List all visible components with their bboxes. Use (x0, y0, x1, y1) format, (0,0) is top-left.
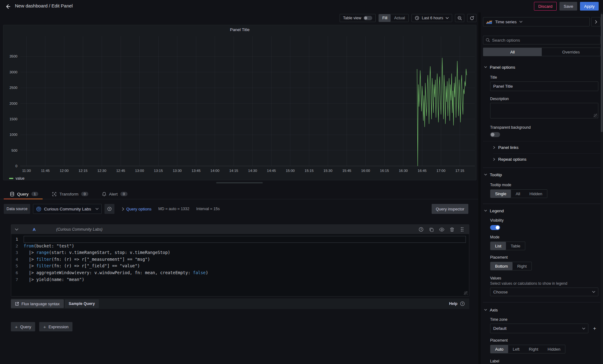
query-help-button[interactable]: ? (418, 226, 424, 233)
editor-resize-grip[interactable] (464, 291, 468, 295)
visualization-picker[interactable]: Time series (483, 17, 590, 26)
add-timezone-button[interactable]: + (591, 325, 598, 332)
discard-button[interactable]: Discard (534, 2, 557, 11)
axis-placement-hidden[interactable]: Hidden (543, 345, 565, 353)
textarea-resize-grip[interactable] (594, 114, 597, 117)
refresh-button[interactable] (467, 14, 476, 22)
chevron-down-icon (484, 309, 487, 311)
query-options-toggle[interactable]: Query options (122, 207, 151, 211)
help-circle-icon: ? (460, 301, 465, 306)
tab-overrides[interactable]: Overrides (542, 48, 600, 56)
fill-option[interactable]: Fill (379, 14, 391, 22)
tab-alert[interactable]: Alert 0 (102, 189, 128, 199)
svg-text:15:45: 15:45 (342, 169, 351, 173)
legend-mode-list[interactable]: List (490, 242, 506, 250)
datasource-select[interactable]: Curious Community Labs (33, 204, 102, 214)
drag-handle[interactable] (459, 226, 465, 233)
panel-description-textarea[interactable] (490, 103, 598, 118)
back-button[interactable] (4, 2, 12, 11)
section-legend[interactable]: Legend (483, 207, 601, 214)
zoom-out-button[interactable] (455, 14, 464, 22)
zoom-out-group (455, 14, 464, 22)
svg-text:11:45: 11:45 (41, 169, 50, 173)
timezone-select[interactable]: Default (490, 324, 588, 333)
options-search[interactable] (483, 36, 601, 44)
svg-text:13:45: 13:45 (192, 169, 201, 173)
transform-icon (52, 192, 57, 196)
panel-title-input[interactable] (490, 81, 598, 91)
legend-placement-bottom[interactable]: Bottom (490, 262, 513, 270)
table-view-label: Table view (343, 16, 361, 20)
svg-text:1000: 1000 (9, 133, 17, 136)
add-query-label: Query (20, 325, 31, 329)
code-line: 7 |> yield(name: "mean") (11, 276, 469, 283)
repeat-options-title: Repeat options (498, 157, 526, 162)
timeseries-viz-icon (486, 20, 492, 24)
axis-placement-auto[interactable]: Auto (490, 345, 508, 353)
section-axis[interactable]: Axis (483, 306, 601, 314)
datasource-help-button[interactable]: ? (104, 204, 114, 214)
axis-placement-label: Placement (490, 338, 598, 343)
tooltip-mode-all[interactable]: All (511, 190, 525, 198)
save-button[interactable]: Save (559, 2, 577, 11)
flux-syntax-button[interactable]: Flux language syntax (11, 299, 64, 308)
svg-text:3500: 3500 (9, 54, 17, 58)
panel-links-section[interactable]: Panel links (493, 141, 601, 153)
table-view-toggle[interactable] (364, 16, 372, 20)
legend-series-marker (9, 178, 13, 179)
legend-values-select[interactable]: Choose (490, 288, 598, 296)
panel-editor-splitter[interactable] (216, 182, 263, 183)
query-datasource-hint: (Curious Community Labs) (56, 227, 103, 232)
legend-values-label: Values (490, 276, 598, 280)
help-button[interactable]: Help ? (449, 301, 465, 306)
section-panel-options[interactable]: Panel options (483, 63, 601, 71)
svg-text:500: 500 (12, 149, 17, 152)
panel-links-title: Panel links (498, 145, 518, 150)
repeat-options-section[interactable]: Repeat options (493, 153, 601, 165)
transparent-bg-toggle[interactable] (490, 132, 500, 137)
flux-code-editor[interactable]: 12from(bucket: "test")3 |> range(start: … (11, 234, 469, 296)
code-editor-footer: Flux language syntax Sample Query Help ? (11, 298, 469, 309)
sidebar-scrollbar-thumb[interactable] (601, 14, 603, 132)
options-search-input[interactable] (492, 38, 598, 43)
tab-transform[interactable]: Transform 0 (52, 189, 88, 199)
tooltip-mode-single[interactable]: Single (490, 190, 511, 198)
time-range-picker[interactable]: Last 6 hours (411, 14, 452, 22)
datasource-row: Data source Curious Community Labs ? Que… (4, 204, 468, 214)
axis-placement-right[interactable]: Right (524, 345, 543, 353)
legend-visibility-toggle[interactable] (490, 225, 500, 230)
actual-option[interactable]: Actual (391, 14, 408, 22)
tab-transform-label: Transform (59, 192, 78, 196)
legend-mode-table[interactable]: Table (506, 242, 525, 250)
delete-query-button[interactable] (449, 226, 455, 233)
legend-placement-right[interactable]: Right (513, 262, 531, 270)
section-tooltip[interactable]: Tooltip (483, 171, 601, 178)
legend-item-value[interactable]: value (9, 176, 25, 181)
sample-query-button[interactable]: Sample Query (65, 299, 99, 308)
legend-mode-label: Mode (490, 235, 598, 239)
svg-text:14:15: 14:15 (229, 169, 238, 173)
collapse-options-pane-button[interactable] (591, 17, 601, 26)
tab-all-options[interactable]: All (483, 48, 542, 56)
duplicate-query-button[interactable] (428, 226, 434, 233)
svg-text:14:45: 14:45 (267, 169, 276, 173)
chevron-down-icon (592, 291, 595, 293)
add-expression-button[interactable]: + Expression (39, 322, 72, 331)
section-title: Panel options (490, 65, 515, 70)
add-expression-label: Expression (49, 325, 68, 329)
tab-query-label: Query (17, 192, 29, 196)
drag-dots-icon (461, 227, 464, 232)
database-icon (10, 192, 14, 196)
collapse-query-chevron[interactable] (15, 228, 18, 231)
tab-query[interactable]: Query 1 (10, 189, 38, 199)
svg-text:12:30: 12:30 (97, 169, 106, 173)
table-view-group: Table view (340, 14, 376, 22)
axis-placement-left[interactable]: Left (508, 345, 524, 353)
add-query-button[interactable]: + Query (11, 322, 35, 331)
tooltip-mode-hidden[interactable]: Hidden (525, 190, 547, 198)
zoom-out-icon (457, 16, 462, 21)
apply-button[interactable]: Apply (580, 2, 599, 11)
query-inspector-button[interactable]: Query inspector (432, 204, 468, 214)
plus-icon: + (15, 325, 18, 329)
toggle-visibility-button[interactable] (438, 226, 445, 233)
